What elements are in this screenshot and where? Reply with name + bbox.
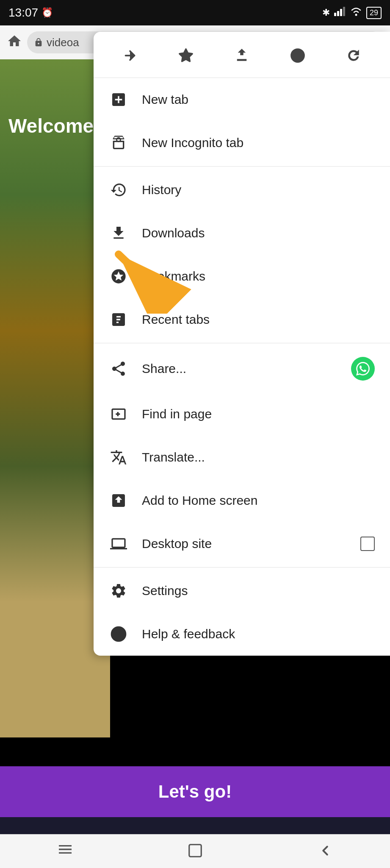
find-icon bbox=[109, 404, 128, 424]
svg-rect-3 bbox=[343, 7, 345, 16]
settings-icon bbox=[109, 581, 128, 601]
status-time: 13:07 ⏰ bbox=[8, 6, 53, 19]
help-label: Help & feedback bbox=[142, 627, 235, 641]
refresh-button[interactable] bbox=[340, 42, 367, 69]
lock-icon bbox=[34, 38, 43, 47]
dropdown-menu: New tab New Incognito tab History Dow bbox=[94, 32, 390, 656]
status-icons: ✱ 29 bbox=[322, 7, 382, 19]
divider-3 bbox=[94, 567, 390, 568]
svg-rect-1 bbox=[337, 11, 339, 16]
menu-item-recent-tabs[interactable]: Recent tabs bbox=[94, 298, 390, 341]
menu-item-settings[interactable]: Settings bbox=[94, 569, 390, 612]
info-button[interactable] bbox=[284, 42, 311, 69]
signal-icon bbox=[334, 7, 346, 19]
incognito-label: New Incognito tab bbox=[142, 136, 243, 150]
downloads-label: Downloads bbox=[142, 226, 205, 240]
alarm-icon: ⏰ bbox=[41, 7, 53, 18]
svg-rect-14 bbox=[189, 844, 202, 857]
purple-banner: Let's go! bbox=[0, 766, 390, 817]
add-home-label: Add to Home screen bbox=[142, 493, 257, 508]
bookmark-button[interactable] bbox=[172, 42, 199, 69]
find-label: Find in page bbox=[142, 407, 212, 421]
menu-item-new-tab[interactable]: New tab bbox=[94, 78, 390, 121]
bluetooth-icon: ✱ bbox=[322, 7, 330, 18]
menu-item-add-home[interactable]: Add to Home screen bbox=[94, 479, 390, 522]
share-icon bbox=[109, 359, 128, 378]
nav-square-button[interactable] bbox=[187, 843, 203, 860]
menu-item-find[interactable]: Find in page bbox=[94, 392, 390, 436]
banner-text: Let's go! bbox=[158, 782, 232, 802]
desktop-icon bbox=[109, 534, 128, 554]
home-button[interactable] bbox=[7, 33, 22, 52]
desktop-checkbox bbox=[360, 537, 375, 551]
nav-bar bbox=[0, 834, 390, 868]
menu-item-incognito[interactable]: New Incognito tab bbox=[94, 121, 390, 164]
incognito-icon bbox=[109, 133, 128, 153]
menu-item-desktop[interactable]: Desktop site bbox=[94, 522, 390, 565]
svg-point-4 bbox=[355, 14, 357, 16]
recent-tabs-label: Recent tabs bbox=[142, 312, 210, 327]
new-tab-label: New tab bbox=[142, 92, 188, 107]
bookmarks-label: Bookmarks bbox=[142, 269, 205, 284]
new-tab-icon bbox=[109, 90, 128, 109]
forward-button[interactable] bbox=[116, 42, 144, 69]
recent-tabs-icon bbox=[109, 310, 128, 329]
url-text: videoa bbox=[47, 36, 79, 49]
svg-marker-6 bbox=[180, 49, 192, 61]
menu-item-bookmarks[interactable]: Bookmarks bbox=[94, 255, 390, 298]
translate-icon bbox=[109, 448, 128, 467]
menu-item-translate[interactable]: Translate... bbox=[94, 436, 390, 479]
battery-indicator: 29 bbox=[366, 7, 382, 19]
svg-rect-2 bbox=[340, 9, 342, 16]
status-bar: 13:07 ⏰ ✱ 29 bbox=[0, 0, 390, 25]
history-icon bbox=[109, 180, 128, 200]
wifi-icon bbox=[350, 7, 362, 19]
downloads-icon bbox=[109, 223, 128, 243]
desktop-label: Desktop site bbox=[142, 537, 212, 551]
welcome-heading: Welcome! bbox=[8, 114, 100, 137]
divider-2 bbox=[94, 343, 390, 343]
help-icon bbox=[109, 624, 128, 644]
download-button[interactable] bbox=[228, 42, 255, 69]
add-home-icon bbox=[109, 491, 128, 510]
menu-item-downloads[interactable]: Downloads bbox=[94, 211, 390, 255]
share-label: Share... bbox=[142, 362, 186, 376]
history-label: History bbox=[142, 183, 181, 197]
menu-action-bar bbox=[94, 32, 390, 78]
translate-label: Translate... bbox=[142, 450, 205, 465]
nav-menu-button[interactable] bbox=[57, 841, 74, 862]
divider-1 bbox=[94, 166, 390, 167]
bookmarks-icon bbox=[109, 267, 128, 286]
svg-rect-0 bbox=[334, 13, 336, 16]
settings-label: Settings bbox=[142, 584, 188, 598]
menu-item-history[interactable]: History bbox=[94, 168, 390, 211]
nav-back-button[interactable] bbox=[317, 843, 333, 860]
whatsapp-badge bbox=[351, 357, 375, 381]
menu-item-share[interactable]: Share... bbox=[94, 345, 390, 392]
menu-item-help[interactable]: Help & feedback bbox=[94, 612, 390, 656]
